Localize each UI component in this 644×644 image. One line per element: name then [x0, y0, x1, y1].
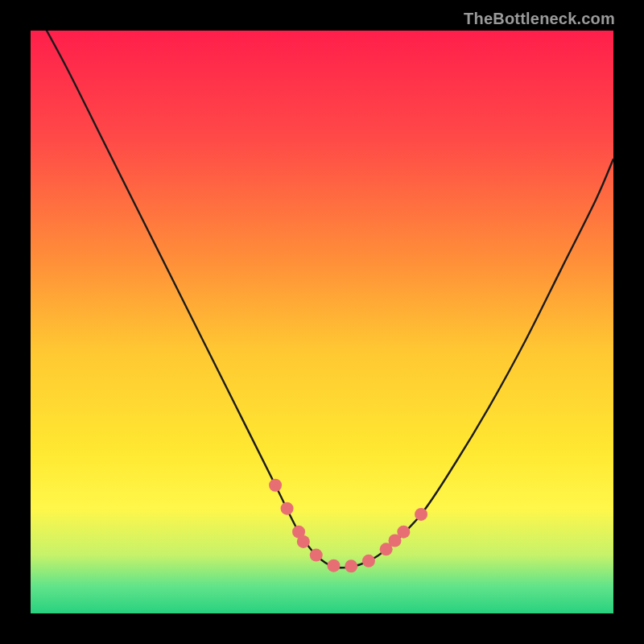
curve-marker [362, 555, 375, 568]
chart-curve-layer [31, 31, 613, 613]
curve-marker [269, 479, 282, 492]
curve-marker [327, 559, 340, 572]
curve-marker [397, 526, 410, 539]
curve-marker [310, 549, 323, 562]
chart-plot-area [31, 31, 613, 613]
curve-marker [345, 559, 357, 572]
watermark-label: TheBottleneck.com [464, 10, 615, 28]
curve-marker [297, 535, 310, 548]
bottleneck-curve [31, 31, 613, 568]
curve-marker [415, 508, 427, 521]
curve-marker [281, 502, 294, 515]
curve-markers [269, 479, 427, 573]
